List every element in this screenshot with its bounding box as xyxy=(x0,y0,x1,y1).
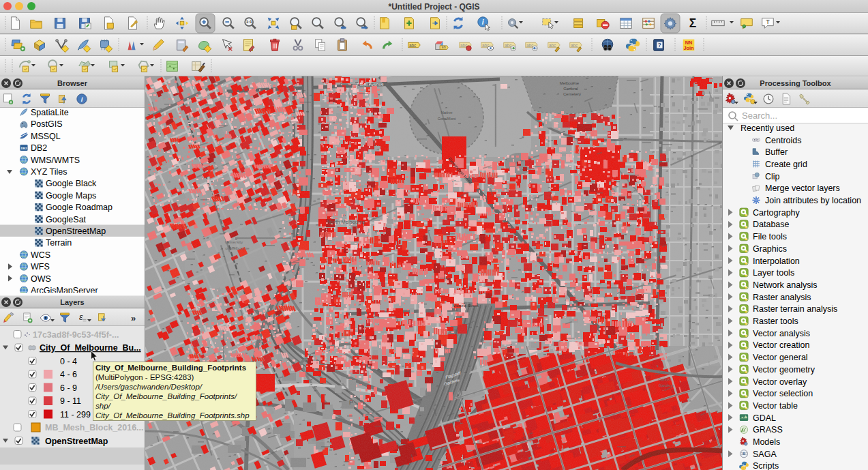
svg-text:S: S xyxy=(743,452,745,456)
svg-text:Merge vector layers: Merge vector layers xyxy=(765,183,840,193)
svg-text:9 - 11: 9 - 11 xyxy=(60,396,81,406)
svg-text:abc: abc xyxy=(549,43,556,48)
svg-text:Google Roadmap: Google Roadmap xyxy=(46,203,113,212)
svg-text:17c3ad8f-9c53-4f5f-...: 17c3ad8f-9c53-4f5f-... xyxy=(33,330,119,340)
svg-text:WMS/WMTS: WMS/WMTS xyxy=(31,156,80,165)
svg-text:ab: ab xyxy=(442,45,446,49)
svg-text:Raster analysis: Raster analysis xyxy=(753,293,811,302)
svg-text:GRASS: GRASS xyxy=(753,425,783,435)
svg-text:i: i xyxy=(81,96,83,103)
svg-text:GoogleSat: GoogleSat xyxy=(46,215,87,224)
svg-text:Vector creation: Vector creation xyxy=(753,340,809,350)
svg-text:Google Maps: Google Maps xyxy=(46,191,96,201)
svg-text:File tools: File tools xyxy=(753,232,787,241)
svg-text:Vector analysis: Vector analysis xyxy=(753,329,810,338)
svg-text:WFS: WFS xyxy=(31,262,50,271)
svg-text:Interpolation: Interpolation xyxy=(753,256,800,266)
svg-text:Search...: Search... xyxy=(742,111,777,121)
svg-text:Vector selection: Vector selection xyxy=(753,389,813,398)
svg-text:abc: abc xyxy=(571,43,578,48)
svg-text:GDAL: GDAL xyxy=(753,413,776,423)
svg-text:Join: Join xyxy=(683,45,694,51)
svg-text:PostGIS: PostGIS xyxy=(31,119,63,129)
svg-text:Clip: Clip xyxy=(765,172,780,181)
svg-text:Recently used: Recently used xyxy=(740,123,794,133)
svg-text:Vector geometry: Vector geometry xyxy=(753,365,815,374)
svg-text:OWS: OWS xyxy=(31,274,51,284)
svg-text:DB2: DB2 xyxy=(31,143,47,153)
svg-text:XYZ Tiles: XYZ Tiles xyxy=(31,167,68,177)
svg-text:T: T xyxy=(766,18,770,25)
svg-text:SpatiaLite: SpatiaLite xyxy=(31,108,69,117)
svg-text:MSSQL: MSSQL xyxy=(31,132,61,141)
svg-text:Cartography: Cartography xyxy=(753,208,800,218)
svg-text:»: » xyxy=(131,313,136,323)
svg-text:ε: ε xyxy=(79,312,83,322)
svg-text:6 - 9: 6 - 9 xyxy=(60,383,77,393)
svg-text:Graphics: Graphics xyxy=(753,244,787,254)
svg-text:i: i xyxy=(482,18,484,26)
svg-text:?: ? xyxy=(658,42,661,48)
svg-text:Raster tools: Raster tools xyxy=(753,317,798,326)
svg-text:Network analysis: Network analysis xyxy=(753,280,817,290)
svg-text:Join attributes by location: Join attributes by location xyxy=(765,196,861,205)
svg-text:OpenStreetMap: OpenStreetMap xyxy=(46,226,106,236)
svg-text:Σ: Σ xyxy=(689,16,696,30)
svg-text:Create grid: Create grid xyxy=(765,160,807,169)
svg-text:11 - 299: 11 - 299 xyxy=(60,410,91,420)
svg-text:Raster terrain analysis: Raster terrain analysis xyxy=(753,304,837,314)
svg-text:Vector general: Vector general xyxy=(753,353,808,362)
svg-text:Buffer: Buffer xyxy=(765,147,788,157)
svg-text:WCS: WCS xyxy=(31,250,50,260)
svg-text:Centroids: Centroids xyxy=(765,136,802,145)
svg-text:abc: abc xyxy=(409,43,417,48)
svg-text:OpenStreetMap: OpenStreetMap xyxy=(45,437,108,446)
svg-text:SAGA: SAGA xyxy=(753,450,777,459)
svg-text:DB2: DB2 xyxy=(21,147,27,150)
svg-text:Terrain: Terrain xyxy=(46,238,72,248)
svg-text:0 - 4: 0 - 4 xyxy=(60,357,77,366)
svg-text:ArcGisMapServer: ArcGisMapServer xyxy=(31,286,98,293)
svg-text:Vector table: Vector table xyxy=(753,401,798,411)
svg-text:4 - 6: 4 - 6 xyxy=(60,370,77,379)
svg-text:Layer tools: Layer tools xyxy=(753,268,794,278)
svg-text:Google Black: Google Black xyxy=(46,179,97,188)
svg-text:Models: Models xyxy=(753,437,780,447)
svg-text:1:1: 1:1 xyxy=(246,20,252,24)
svg-text:Scripts: Scripts xyxy=(753,461,779,470)
svg-text:MB_Mesh_Block_2016...: MB_Mesh_Block_2016... xyxy=(45,423,144,432)
svg-text:Database: Database xyxy=(753,220,790,229)
svg-text:Vector overlay: Vector overlay xyxy=(753,377,807,387)
